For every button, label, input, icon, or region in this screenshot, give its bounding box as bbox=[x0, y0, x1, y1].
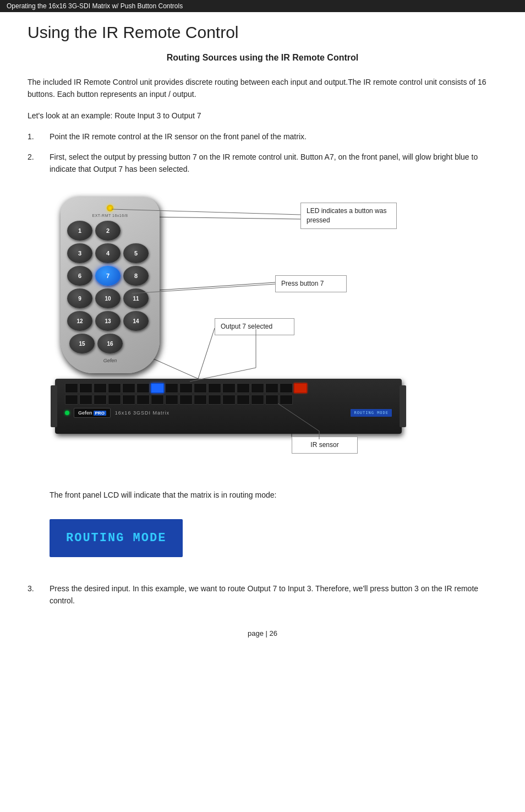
svg-line-3 bbox=[198, 328, 215, 379]
remote-btn-2[interactable]: 2 bbox=[95, 221, 121, 241]
rack-device-title: 16x16 3GSDI Matrix bbox=[115, 410, 169, 416]
rack-logo: Gefen PRO bbox=[74, 408, 111, 418]
rack-lcd: ROUTING MODE bbox=[351, 409, 392, 417]
rack-btn bbox=[165, 383, 178, 393]
callout-output-text: Output 7 selected bbox=[221, 323, 272, 330]
remote-buttons-row5: 12 13 14 bbox=[61, 311, 160, 331]
rack-btn bbox=[94, 395, 107, 405]
step3-list: 3. Press the desired input. In this exam… bbox=[28, 582, 497, 607]
steps-list: 1. Point the IR remote control at the IR… bbox=[28, 130, 497, 175]
rack-btn bbox=[122, 395, 135, 405]
callout-ir-text: IR sensor bbox=[310, 441, 338, 449]
remote-btn-6[interactable]: 6 bbox=[67, 266, 92, 286]
remote-btn-10[interactable]: 10 bbox=[95, 288, 121, 308]
rack-btn bbox=[179, 383, 193, 393]
remote-btn-5[interactable]: 5 bbox=[123, 243, 149, 263]
step-3: 3. Press the desired input. In this exam… bbox=[28, 582, 497, 607]
rack-btn bbox=[79, 395, 92, 405]
callout-led-text: LED indicates a button was pressed bbox=[307, 207, 386, 224]
rack-button-row-bottom bbox=[65, 395, 392, 405]
rack-btn bbox=[208, 395, 221, 405]
remote-btn-15[interactable]: 15 bbox=[69, 334, 95, 353]
rack-btn-red bbox=[294, 383, 307, 393]
page-content: Using the IR Remote Control Routing Sour… bbox=[0, 12, 525, 660]
remote-buttons: 1 2 3 4 5 6 7 8 9 10 11 bbox=[61, 221, 160, 308]
rack-btn bbox=[222, 383, 236, 393]
header-bar: Operating the 16x16 3G-SDI Matrix w/ Pus… bbox=[0, 0, 525, 12]
example-text: Let's look at an example: Route Input 3 … bbox=[28, 110, 497, 122]
lcd-display: ROUTING MODE bbox=[50, 519, 183, 557]
remote-btn-4[interactable]: 4 bbox=[95, 243, 121, 263]
remote-model-text: EXT-RMT 16x16/8 bbox=[61, 214, 160, 217]
remote-btn-1[interactable]: 1 bbox=[67, 221, 92, 241]
remote-body: EXT-RMT 16x16/8 1 2 3 4 5 6 7 8 9 10 11 bbox=[61, 197, 160, 373]
rack-btn bbox=[280, 383, 293, 393]
remote-buttons-row6: 15 16 bbox=[61, 334, 160, 353]
remote-btn-11[interactable]: 11 bbox=[123, 288, 149, 308]
remote-empty-1 bbox=[123, 221, 149, 241]
rack-btn bbox=[237, 383, 250, 393]
rack-bottom: Gefen PRO 16x16 3GSDI Matrix ROUTING MOD… bbox=[65, 408, 392, 418]
rack-logo-pro: PRO bbox=[94, 411, 106, 416]
section-heading: Routing Sources using the IR Remote Cont… bbox=[28, 53, 497, 63]
remote-btn-16[interactable]: 16 bbox=[97, 334, 123, 353]
remote-btn-12[interactable]: 12 bbox=[67, 311, 92, 331]
rack-btn bbox=[65, 383, 78, 393]
remote-btn-7-active[interactable]: 7 bbox=[95, 266, 121, 286]
rack-power-led bbox=[65, 411, 69, 415]
remote-btn-14[interactable]: 14 bbox=[123, 311, 149, 331]
rack-logo-gefen: Gefen bbox=[78, 410, 92, 416]
rack-btn bbox=[194, 383, 207, 393]
rack-button-row-top bbox=[65, 383, 392, 393]
intro-paragraph: The included IR Remote Control unit prov… bbox=[28, 76, 497, 101]
lcd-caption: The front panel LCD will indicate that t… bbox=[50, 489, 497, 501]
rack-btn bbox=[79, 383, 92, 393]
rack-btn bbox=[237, 395, 250, 405]
header-title: Operating the 16x16 3G-SDI Matrix w/ Pus… bbox=[7, 2, 183, 10]
rack-btn bbox=[280, 395, 293, 405]
rack-btn bbox=[108, 383, 121, 393]
callout-output-box: Output 7 selected bbox=[215, 318, 294, 335]
rack-btn bbox=[165, 395, 178, 405]
rack-btn bbox=[136, 395, 150, 405]
rack-btn bbox=[179, 395, 193, 405]
callout-ir-box: IR sensor bbox=[292, 437, 358, 454]
rack-btn bbox=[265, 383, 278, 393]
rack-btn bbox=[136, 383, 150, 393]
rack-ear-right bbox=[400, 385, 406, 427]
step-1: 1. Point the IR remote control at the IR… bbox=[28, 130, 497, 143]
rack-btn bbox=[108, 395, 121, 405]
rack-btn bbox=[151, 395, 164, 405]
remote-empty-2 bbox=[125, 334, 151, 353]
rack-btn bbox=[122, 383, 135, 393]
page-title: Using the IR Remote Control bbox=[28, 23, 497, 42]
remote-brand-label: Gefen bbox=[61, 358, 160, 363]
rack-btn bbox=[208, 383, 221, 393]
rack-device: Gefen PRO 16x16 3GSDI Matrix ROUTING MOD… bbox=[55, 379, 402, 434]
rack-btn bbox=[251, 395, 264, 405]
remote-btn-13[interactable]: 13 bbox=[95, 311, 121, 331]
callout-led-box: LED indicates a button was pressed bbox=[300, 203, 397, 229]
rack-btn bbox=[65, 395, 78, 405]
rack-btn bbox=[94, 383, 107, 393]
diagram-area: EXT-RMT 16x16/8 .remote-inner { position… bbox=[28, 186, 497, 478]
rack-btn-active bbox=[151, 383, 164, 393]
remote-btn-3[interactable]: 3 bbox=[67, 243, 92, 263]
remote-led-indicator bbox=[107, 205, 113, 211]
rack-ear-left bbox=[51, 385, 57, 427]
step-2: 2. First, select the output by pressing … bbox=[28, 151, 497, 176]
rack-btn bbox=[222, 395, 236, 405]
callout-press-text: Press button 7 bbox=[281, 280, 324, 287]
callout-press-box: Press button 7 bbox=[275, 275, 347, 292]
remote-btn-8[interactable]: 8 bbox=[123, 266, 149, 286]
remote-btn-9[interactable]: 9 bbox=[67, 288, 92, 308]
rack-btn bbox=[265, 395, 278, 405]
page-number: page | 26 bbox=[28, 629, 497, 637]
rack-btn bbox=[251, 383, 264, 393]
rack-btn bbox=[194, 395, 207, 405]
